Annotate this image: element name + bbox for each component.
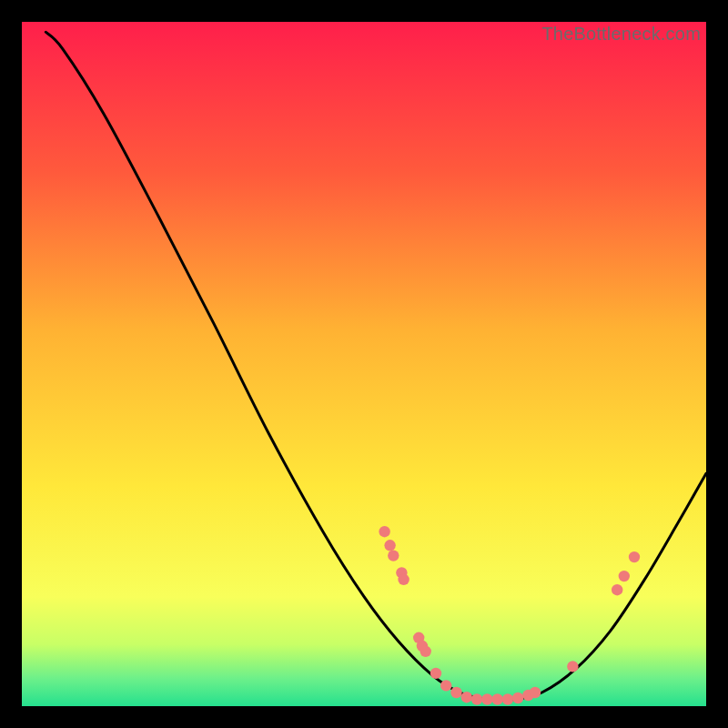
marker-dot [440,680,451,691]
watermark-text: TheBottleneck.com [541,24,701,45]
marker-dot [619,571,630,581]
svg-rect-0 [22,22,706,706]
marker-dot [420,646,431,657]
marker-dot [461,692,472,703]
marker-dot [471,693,482,704]
marker-dot [512,693,523,703]
marker-dot [491,693,502,704]
marker-dot [612,584,622,595]
marker-dot [379,526,389,537]
marker-dot [450,687,461,698]
chart-plot-area [22,22,706,706]
marker-dot [398,574,409,585]
marker-dot [567,661,578,672]
marker-dot [629,551,640,562]
marker-dot [530,687,541,698]
marker-dot [430,668,441,679]
marker-dot [384,540,395,551]
marker-dot [388,550,399,561]
marker-dot [481,693,492,704]
chart-frame: TheBottleneck.com [22,22,706,706]
chart-svg [22,22,706,706]
marker-dot [502,693,513,704]
